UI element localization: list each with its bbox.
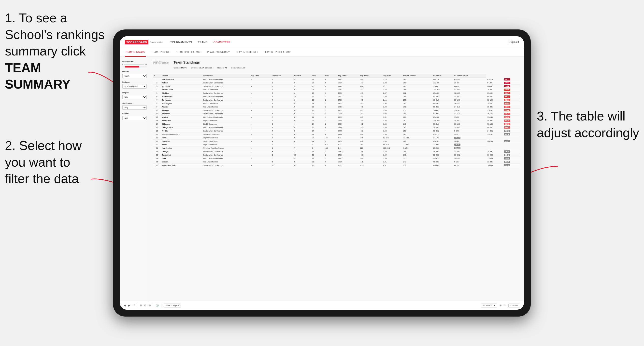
cell-data: 23 bbox=[311, 112, 324, 116]
cell-data: 265 bbox=[402, 88, 432, 92]
cell-data: 279.5 bbox=[337, 160, 359, 164]
cell-data: 40-38-2 bbox=[486, 119, 503, 123]
nav-committee[interactable]: COMMITTEE bbox=[214, 41, 230, 44]
cell-data: 279.9 bbox=[337, 98, 359, 102]
view-original-btn[interactable]: View: Original bbox=[164, 304, 181, 308]
subnav-player-h2h-heatmap[interactable]: PLAYER H2H HEATMAP bbox=[263, 48, 292, 57]
cell-rank: 8 bbox=[153, 102, 161, 105]
cell-data: 90-51-2 bbox=[432, 157, 453, 160]
cell-school: Texas Tech bbox=[161, 119, 202, 123]
school-select[interactable]: (All) bbox=[122, 116, 147, 120]
cell-data: 23 bbox=[311, 78, 324, 81]
col-vs-top25: Vs Top 25 bbox=[432, 74, 453, 78]
cell-data: -4.4 bbox=[359, 95, 382, 98]
cell-data: 9-24-0 bbox=[453, 129, 486, 133]
division-filter: Division NCAA Division I bbox=[122, 81, 147, 89]
cell-data: 15-32-2 bbox=[453, 119, 486, 123]
copy-icon[interactable]: ⊡ bbox=[144, 304, 146, 307]
table-row: 20TexasBig 12 Conference-3770.71.4426959… bbox=[153, 143, 520, 147]
cell-data: 8 bbox=[294, 140, 311, 143]
clock-icon[interactable]: 🕐 bbox=[156, 304, 159, 307]
cell-data: 270 bbox=[402, 164, 432, 167]
expand-icon[interactable]: ⤢ bbox=[504, 304, 506, 307]
cell-data: 2 bbox=[324, 140, 337, 143]
cell-data: 26 bbox=[311, 88, 324, 92]
cell-conference: Pac-12 Conference bbox=[202, 160, 250, 164]
cell-data: 2 bbox=[324, 98, 337, 102]
cell-data: 1.28 bbox=[382, 150, 402, 153]
cell-data: 9 bbox=[294, 81, 311, 85]
cell-rank: 1 bbox=[153, 78, 161, 81]
cell-school: Illinois bbox=[161, 136, 202, 140]
grid-icon[interactable]: ⊟ bbox=[149, 304, 150, 307]
conference-select[interactable]: (All) bbox=[122, 105, 147, 110]
cell-data: 97-21-1 bbox=[432, 123, 453, 126]
division-select[interactable]: NCAA Division I bbox=[122, 84, 147, 89]
cell-data: 14-21-0 bbox=[453, 105, 486, 109]
conference-label: Conference bbox=[122, 102, 147, 104]
cell-data: 12-13-0 bbox=[402, 136, 432, 140]
cell-score-badge: 80.31 bbox=[503, 105, 520, 109]
cell-school: New Mexico bbox=[161, 147, 202, 150]
cell-data: 1.98 bbox=[382, 105, 402, 109]
cell-rank: 6 bbox=[153, 95, 161, 98]
cell-data: -5.1 bbox=[359, 140, 382, 143]
cell-data: - bbox=[250, 81, 271, 85]
cell-data: -2.9 bbox=[359, 129, 382, 133]
nav-teams[interactable]: TEAMS bbox=[198, 41, 208, 44]
rank-slider[interactable] bbox=[124, 64, 144, 65]
cell-data: 23 bbox=[311, 109, 324, 112]
cell-data: 92-40-3 bbox=[432, 153, 453, 157]
gender-select[interactable]: Men's bbox=[122, 74, 147, 78]
cell-rank: 7 bbox=[153, 98, 161, 102]
cell-data: 267 bbox=[402, 119, 432, 123]
share-btn[interactable]: ↑ Share bbox=[508, 304, 520, 308]
cell-data: 277.0 bbox=[337, 112, 359, 116]
cell-data: 10-30-0 bbox=[486, 164, 503, 167]
cell-data: 8 bbox=[294, 133, 311, 136]
cell-rank: 3 bbox=[153, 85, 161, 88]
watch-btn[interactable]: 👁 Watch ▼ bbox=[481, 304, 497, 308]
cell-data: 3 bbox=[324, 95, 337, 98]
cell-conference: Pac-12 Conference bbox=[202, 140, 250, 143]
table-row: 10AlabamaSoutheastern Conference-5823327… bbox=[153, 109, 520, 112]
nav-tournaments[interactable]: TOURNAMENTS bbox=[170, 41, 192, 44]
cell-data: 5 bbox=[271, 109, 294, 112]
cell-data: 16 bbox=[311, 98, 324, 102]
cell-data: 2.88 bbox=[382, 81, 402, 85]
cell-data: 265 bbox=[402, 126, 432, 129]
layout-icon[interactable]: ⊞ bbox=[500, 304, 502, 307]
cell-data: 275.7 bbox=[337, 95, 359, 98]
cell-conference: Pac-12 Conference bbox=[202, 102, 250, 105]
subnav-team-h2h-grid[interactable]: TEAM H2H GRID bbox=[151, 48, 171, 57]
cell-score-badge: 80.71 bbox=[503, 112, 520, 116]
cell-data: 3 bbox=[324, 109, 337, 112]
cell-data: 8 bbox=[294, 112, 311, 116]
region-select[interactable]: N/A bbox=[122, 95, 147, 99]
cell-data: 278.2 bbox=[337, 140, 359, 143]
refresh-icon[interactable]: ↺ bbox=[133, 304, 135, 307]
cell-data: - bbox=[250, 157, 271, 160]
subnav-team-h2h-heatmap[interactable]: TEAM H2H HEATMAP bbox=[176, 48, 202, 57]
table-row: 9ArizonaPac-12 Conference-38223276.3-4.6… bbox=[153, 105, 520, 109]
cell-data: 12-14-1 bbox=[453, 92, 486, 95]
sign-out-link[interactable]: Sign out bbox=[510, 41, 519, 43]
cell-data: 262 bbox=[402, 92, 432, 95]
table-row: 26Mississippi StateSoutheastern Conferen… bbox=[153, 164, 520, 167]
subnav-team-summary[interactable]: TEAM SUMMARY bbox=[125, 48, 146, 57]
cell-data: 269 bbox=[402, 85, 432, 88]
bookmark-icon[interactable]: ⊞ bbox=[140, 304, 142, 307]
cell-conference: Southeastern Conference bbox=[202, 81, 250, 85]
cell-data: 0 bbox=[324, 164, 337, 167]
cell-data: 274.8 bbox=[337, 92, 359, 95]
cell-data: 87-21-2 bbox=[432, 133, 453, 136]
back-icon[interactable]: ◀ bbox=[124, 304, 126, 307]
table-row: 12VirginiaAtlantic Coast Conference-3824… bbox=[153, 116, 520, 119]
subnav-player-summary[interactable]: PLAYER SUMMARY bbox=[207, 48, 230, 57]
cell-data: 1 bbox=[271, 119, 294, 123]
forward-icon[interactable]: ▶ bbox=[128, 304, 130, 307]
cell-data: - bbox=[250, 109, 271, 112]
cell-data: 22 bbox=[311, 105, 324, 109]
update-time: Update time: 27/03/2024 16:56:26 bbox=[153, 60, 168, 64]
subnav-player-h2h-grid[interactable]: PLAYER H2H GRID bbox=[235, 48, 258, 57]
